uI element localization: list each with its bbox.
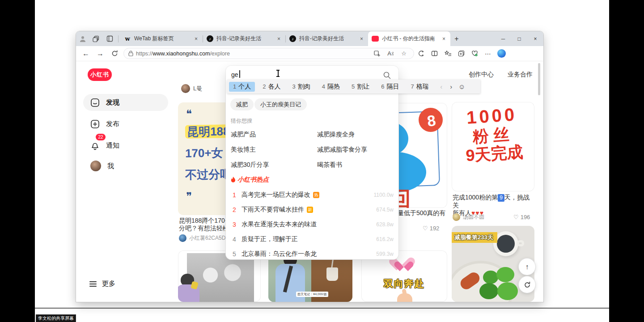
quote-close: ❞ bbox=[186, 190, 192, 203]
search-suggestion[interactable]: 减肥减脂零食分享 bbox=[317, 146, 367, 154]
history-chip[interactable]: 小王的瘦美日记 bbox=[254, 98, 307, 110]
feed-user-chip[interactable]: L曼 bbox=[181, 84, 202, 93]
user-avatar bbox=[90, 161, 101, 171]
note-card-1000-fans[interactable]: 1000 粉丝 9天完成 bbox=[452, 102, 534, 191]
ime-candidate[interactable]: 2各人 bbox=[258, 82, 284, 92]
new-tab-button[interactable]: + bbox=[450, 33, 463, 45]
ime-candidate[interactable]: 5割让 bbox=[347, 82, 373, 92]
sidebar-item-more[interactable]: 更多 bbox=[89, 280, 115, 288]
settings-more-icon[interactable]: ⋯ bbox=[481, 47, 495, 60]
hot-topic-item[interactable]: 5 北京暴雨：乌云化作一条龙 599.3w bbox=[231, 249, 394, 259]
mouse-ibeam-cursor bbox=[275, 69, 280, 77]
douyin-favicon: ♪ bbox=[207, 35, 213, 42]
flame-icon bbox=[231, 177, 236, 183]
search-suggestion[interactable]: 美妆博主 bbox=[231, 146, 256, 154]
highlighted-number: 9 bbox=[498, 194, 504, 202]
like-icon: ♡ bbox=[423, 225, 428, 232]
like-count[interactable]: ♡196 bbox=[513, 214, 530, 220]
search-suggestion[interactable]: 喝茶看书 bbox=[317, 161, 342, 169]
creator-center-link[interactable]: 创作中心 bbox=[469, 71, 494, 79]
card-caption: 双向奔赴 bbox=[361, 277, 447, 290]
notification-badge: 22 bbox=[96, 134, 106, 140]
forward-button[interactable]: → bbox=[93, 47, 107, 60]
copilot-icon[interactable] bbox=[497, 49, 506, 58]
search-suggestion[interactable]: 减肥操瘦全身 bbox=[317, 131, 355, 139]
ime-candidate[interactable]: 6隔日 bbox=[377, 82, 403, 92]
guess-section-title: 猜你想搜 bbox=[231, 117, 252, 125]
business-link[interactable]: 业务合作 bbox=[508, 71, 533, 79]
profile-icon[interactable] bbox=[76, 31, 89, 46]
favorite-star-icon[interactable]: ☆ bbox=[398, 49, 409, 59]
tab-douyin-2[interactable]: ♪ 抖音-记录美好生活 × bbox=[286, 31, 368, 46]
hot-topic-item[interactable]: 1 高考完来一场巨大的爆改 热 1100.0w bbox=[231, 190, 394, 200]
tab-douyin-1[interactable]: ♪ 抖音-记录美好生活 × bbox=[203, 31, 285, 46]
page-scrollbar[interactable] bbox=[538, 63, 540, 95]
search-input[interactable]: ge bbox=[231, 71, 238, 78]
ime-emoji-icon[interactable]: ☺ bbox=[456, 83, 468, 90]
search-icon[interactable] bbox=[383, 72, 391, 79]
maximize-button[interactable]: □ bbox=[511, 31, 527, 46]
quote-line-3: 不过分吧 bbox=[185, 166, 232, 183]
xiaohongshu-favicon bbox=[372, 36, 379, 42]
sidebar-item-notifications[interactable]: 通知 bbox=[83, 137, 168, 154]
refresh-button[interactable] bbox=[107, 47, 122, 60]
tab-xiaohongshu-active[interactable]: 小红书 - 你的生活指南 × bbox=[368, 31, 450, 46]
ime-candidate[interactable]: 4隔热 bbox=[318, 82, 344, 92]
browser-essentials-icon[interactable] bbox=[468, 47, 481, 60]
hot-topic-item[interactable]: 4 质疑于正，理解于正 616.2w bbox=[231, 234, 394, 244]
shopping-icon[interactable] bbox=[414, 47, 428, 60]
tab-strip: w WeTab 新标签页 × ♪ 抖音-记录美好生活 × ♪ 抖音-记录美好生活… bbox=[76, 31, 543, 46]
tab-close-icon[interactable]: × bbox=[441, 36, 447, 42]
broccoli bbox=[496, 267, 514, 282]
split-screen-icon[interactable] bbox=[428, 47, 441, 60]
ime-prev-page-icon[interactable]: ‹ bbox=[436, 83, 446, 90]
ime-candidate[interactable]: 3割肉 bbox=[288, 82, 314, 92]
note-author[interactable]: 汤圆不圆 bbox=[453, 213, 484, 221]
broccoli bbox=[497, 282, 518, 300]
tab-wetab[interactable]: w WeTab 新标签页 × bbox=[120, 31, 203, 46]
refresh-feed-button[interactable] bbox=[519, 276, 535, 293]
ime-candidate-bar: 1个人 2各人 3割肉 4隔热 5割让 6隔日 7格瑞 ‹ › ☺ bbox=[227, 80, 480, 93]
heart-icon bbox=[398, 258, 410, 268]
favorites-icon[interactable] bbox=[441, 47, 454, 60]
sidebar-item-label: 发布 bbox=[106, 120, 119, 128]
xiaohongshu-page: 小红书 发现 发布 22 通知 我 更多 创作中心 bbox=[76, 61, 543, 302]
vertical-tabs-icon[interactable] bbox=[103, 31, 116, 46]
xiaohongshu-logo[interactable]: 小红书 bbox=[88, 68, 112, 81]
douyin-favicon: ♪ bbox=[289, 35, 296, 42]
search-suggestion[interactable]: 减肥30斤分享 bbox=[231, 161, 269, 169]
hot-topic-item[interactable]: 2 下雨天不要背碱水挂件 新 674.5w bbox=[231, 205, 394, 215]
text-caret bbox=[239, 70, 240, 78]
screen-share-frame: 李文松的共享屏幕 w WeTab 新标签页 × ♪ 抖音-记录美好生活 bbox=[0, 0, 644, 322]
ime-candidate[interactable]: 7格瑞 bbox=[407, 82, 432, 92]
tab-close-icon[interactable]: × bbox=[193, 36, 199, 42]
hot-topic-item[interactable]: 3 水果在逐渐失去本来的味道 628.8w bbox=[231, 220, 394, 229]
tab-label: 抖音-记录美好生活 bbox=[299, 35, 356, 42]
note-author[interactable]: 小红薯62CA5DA bbox=[179, 234, 229, 242]
split-new-tab-icon[interactable] bbox=[372, 49, 382, 59]
history-chip[interactable]: 减肥 bbox=[230, 98, 254, 110]
quote-open: ❝ bbox=[186, 108, 192, 120]
ime-candidate-selected[interactable]: 1个人 bbox=[229, 82, 255, 92]
note-title-cropped[interactable]: 量低于500真的有 bbox=[398, 209, 445, 217]
url-text: https://www.xiaohongshu.com/explore bbox=[136, 51, 230, 57]
scroll-to-top-button[interactable]: ↑ bbox=[519, 258, 535, 275]
close-button[interactable]: × bbox=[527, 31, 543, 46]
ime-next-page-icon[interactable]: › bbox=[446, 83, 456, 90]
like-count[interactable]: ♡192 bbox=[423, 225, 439, 232]
search-suggestion[interactable]: 减肥产品 bbox=[231, 131, 256, 139]
letterbox-left bbox=[0, 0, 35, 322]
workspaces-icon[interactable] bbox=[89, 31, 103, 46]
hot-badge: 热 bbox=[313, 192, 319, 198]
collections-icon[interactable] bbox=[454, 47, 468, 60]
tab-close-icon[interactable]: × bbox=[359, 36, 364, 42]
lock-icon bbox=[128, 51, 133, 56]
address-bar[interactable]: https://www.xiaohongshu.com/explore A ☆ bbox=[123, 48, 414, 59]
sidebar-item-me[interactable]: 我 bbox=[83, 157, 168, 174]
sidebar-item-publish[interactable]: 发布 bbox=[83, 115, 168, 132]
tab-close-icon[interactable]: × bbox=[276, 36, 282, 42]
minimize-button[interactable]: ─ bbox=[495, 31, 511, 46]
back-button[interactable]: ← bbox=[79, 47, 93, 60]
sidebar-item-discover[interactable]: 发现 bbox=[83, 94, 168, 111]
read-aloud-icon[interactable]: A bbox=[385, 49, 396, 59]
